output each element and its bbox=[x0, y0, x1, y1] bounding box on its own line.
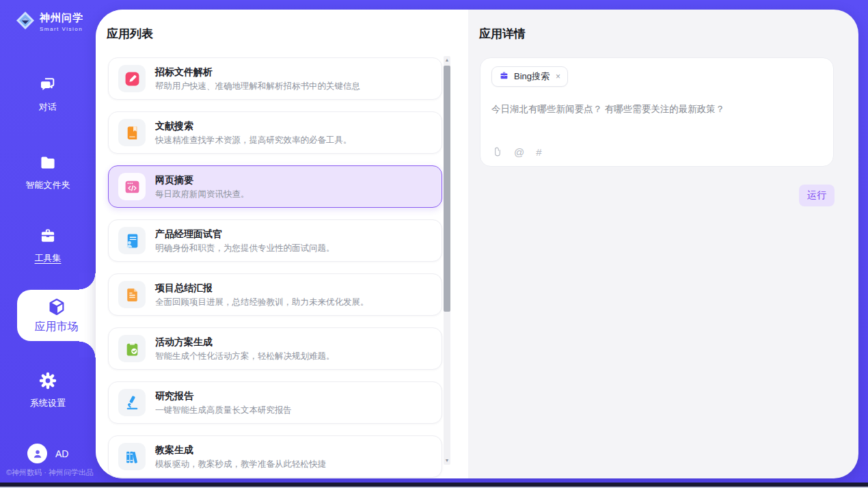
sidebar-item-label: 工具集 bbox=[35, 252, 62, 265]
scrollbar[interactable]: ▲ ▼ bbox=[444, 56, 450, 465]
hash-icon[interactable]: # bbox=[536, 146, 541, 158]
app-list-panel: 应用列表 招标文件解析 帮助用户快速、准确地理解和解析招标书中的关键信息 文献搜… bbox=[96, 10, 468, 478]
clipboard-check-icon bbox=[118, 335, 146, 362]
app-detail-title: 应用详情 bbox=[479, 26, 526, 42]
app-card[interactable]: 招标文件解析 帮助用户快速、准确地理解和解析招标书中的关键信息 bbox=[108, 57, 442, 100]
copyright-footer: ©神州数码 · 神州问学出品 bbox=[6, 467, 95, 478]
app-card-title: 项目总结汇报 bbox=[155, 282, 369, 295]
prompt-query-text[interactable]: 今日湖北有哪些新闻要点？ 有哪些需要关注的最新政策？ bbox=[491, 103, 819, 116]
app-card-desc: 快速精准查找学术资源，提高研究效率的必备工具。 bbox=[155, 135, 352, 146]
person-doc-icon bbox=[118, 227, 146, 254]
paperclip-icon[interactable] bbox=[491, 146, 502, 158]
app-list-title: 应用列表 bbox=[107, 26, 153, 42]
attachment-toolbar: @ # bbox=[491, 146, 542, 158]
app-card-title: 活动方案生成 bbox=[155, 336, 335, 349]
app-card-title: 产品经理面试官 bbox=[155, 228, 335, 241]
sidebar: 神州问学 Smart Vision 对话 智能文件夹 工具集 bbox=[0, 0, 96, 483]
gear-icon bbox=[0, 371, 96, 393]
app-card[interactable]: 项目总结汇报 全面回顾项目进展，总结经验教训，助力未来优化发展。 bbox=[108, 273, 442, 316]
briefcase-icon bbox=[499, 70, 509, 83]
toolbox-icon bbox=[0, 226, 96, 248]
run-button[interactable]: 运行 bbox=[799, 185, 835, 206]
app-card[interactable]: 活动方案生成 智能生成个性化活动方案，轻松解决规划难题。 bbox=[108, 327, 442, 370]
book-icon bbox=[118, 119, 146, 146]
tool-tag-label: Bing搜索 bbox=[514, 70, 550, 83]
app-card-title: 研究报告 bbox=[155, 390, 292, 403]
app-card-title: 教案生成 bbox=[155, 444, 326, 457]
app-card[interactable]: 研究报告 一键智能生成高质量长文本研究报告 bbox=[108, 381, 442, 424]
app-card-desc: 全面回顾项目进展，总结经验教训，助力未来优化发展。 bbox=[155, 297, 369, 308]
brand-subtitle: Smart Vision bbox=[40, 26, 83, 32]
scroll-thumb[interactable] bbox=[444, 66, 450, 312]
app-card-desc: 每日政府新闻资讯快查。 bbox=[155, 189, 249, 200]
sidebar-item-chat[interactable]: 对话 bbox=[0, 75, 96, 113]
sidebar-item-label: 智能文件夹 bbox=[26, 179, 70, 191]
sidebar-item-label: 系统设置 bbox=[30, 397, 66, 409]
app-card-desc: 帮助用户快速、准确地理解和解析招标书中的关键信息 bbox=[155, 81, 360, 92]
edit-square-icon bbox=[118, 65, 146, 92]
app-card-title: 招标文件解析 bbox=[155, 66, 360, 79]
microscope-icon bbox=[118, 389, 146, 416]
sidebar-item-label: 对话 bbox=[39, 101, 57, 113]
app-card-title: 文献搜索 bbox=[155, 120, 352, 133]
browser-code-icon bbox=[118, 173, 146, 200]
app-logo: 神州问学 Smart Vision bbox=[15, 10, 83, 33]
app-card[interactable]: 教案生成 模板驱动，教案秒成，教学准备从此轻松快捷 bbox=[108, 435, 442, 478]
avatar bbox=[27, 444, 47, 463]
brand-diamond-icon bbox=[15, 10, 36, 33]
brand-name: 神州问学 bbox=[40, 12, 83, 25]
note-icon bbox=[118, 281, 146, 308]
main-container: 应用列表 招标文件解析 帮助用户快速、准确地理解和解析招标书中的关键信息 文献搜… bbox=[96, 10, 858, 478]
at-icon[interactable]: @ bbox=[514, 146, 524, 158]
app-card[interactable]: 网页摘要 每日政府新闻资讯快查。 bbox=[108, 165, 442, 208]
tab-curve-bottom bbox=[79, 341, 96, 357]
app-card[interactable]: 产品经理面试官 明确身份和职责，为您提供专业性的面试问题。 bbox=[108, 219, 442, 262]
app-card-desc: 明确身份和职责，为您提供专业性的面试问题。 bbox=[155, 243, 335, 254]
books-icon bbox=[118, 443, 146, 470]
sidebar-item-app-market[interactable]: 应用市场 bbox=[17, 290, 96, 341]
app-card-title: 网页摘要 bbox=[155, 174, 249, 187]
app-card-desc: 智能生成个性化活动方案，轻松解决规划难题。 bbox=[155, 351, 335, 362]
sidebar-item-smart-folders[interactable]: 智能文件夹 bbox=[0, 153, 96, 191]
app-detail-panel: 应用详情 Bing搜索 × 今日湖北有哪些新闻要点？ 有哪些需要关注的最新政策？ bbox=[468, 10, 858, 478]
sidebar-item-label: 应用市场 bbox=[35, 321, 79, 332]
app-card-desc: 一键智能生成高质量长文本研究报告 bbox=[155, 405, 292, 416]
sidebar-item-toolset[interactable]: 工具集 bbox=[0, 226, 96, 265]
app-card-list: 招标文件解析 帮助用户快速、准确地理解和解析招标书中的关键信息 文献搜索 快速精… bbox=[108, 57, 442, 478]
cube-icon bbox=[17, 297, 96, 320]
scroll-down-icon[interactable]: ▼ bbox=[444, 457, 450, 465]
tag-close-icon[interactable]: × bbox=[556, 72, 560, 81]
chat-icon bbox=[0, 75, 96, 97]
tab-curve-top bbox=[79, 273, 96, 290]
folder-icon bbox=[0, 153, 96, 175]
user-account[interactable]: AD bbox=[27, 444, 68, 463]
prompt-input-card: Bing搜索 × 今日湖北有哪些新闻要点？ 有哪些需要关注的最新政策？ @ # bbox=[480, 57, 834, 167]
tool-tag-bing-search[interactable]: Bing搜索 × bbox=[491, 66, 568, 87]
app-card-desc: 模板驱动，教案秒成，教学准备从此轻松快捷 bbox=[155, 459, 326, 470]
user-initials: AD bbox=[55, 448, 68, 459]
scroll-up-icon[interactable]: ▲ bbox=[444, 56, 450, 64]
sidebar-item-settings[interactable]: 系统设置 bbox=[0, 371, 96, 409]
app-card[interactable]: 文献搜索 快速精准查找学术资源，提高研究效率的必备工具。 bbox=[108, 111, 442, 154]
